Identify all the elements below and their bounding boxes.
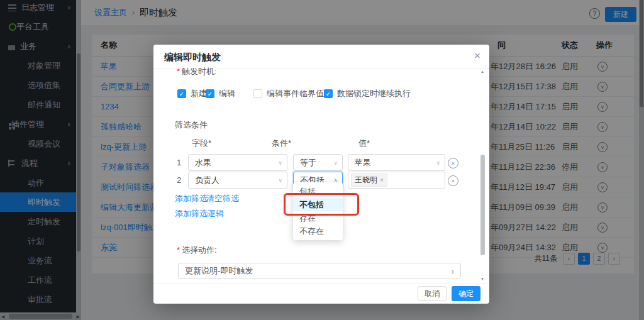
- chevron-down-icon: ∨: [278, 160, 282, 166]
- checkbox-label: 编辑: [219, 88, 235, 99]
- modal-title: 编辑即时触发: [164, 52, 221, 63]
- required-mark: *: [177, 67, 180, 76]
- checkbox-checked-icon[interactable]: ✓: [206, 89, 214, 98]
- required-mark: *: [177, 245, 180, 255]
- chevron-down-icon: ∨: [436, 160, 440, 166]
- value-tag: 王晓明 ×: [351, 174, 387, 187]
- action-value: 更新说明-即时触发: [185, 265, 253, 277]
- trigger-time-label: *触发时机:: [177, 66, 217, 77]
- chevron-right-icon: ›: [452, 267, 454, 276]
- checkbox-edit-event-threshold[interactable]: 编辑事件临界值: [253, 88, 324, 99]
- action-picker-field[interactable]: 更新说明-即时触发 ›: [178, 263, 461, 279]
- value-input-row2[interactable]: 王晓明 ×: [348, 172, 445, 189]
- edit-instant-trigger-modal: 编辑即时触发 × *触发时机: ✓ 新建 ✓ 编辑 编辑事件临界值 ✓ 数据锁定…: [153, 45, 489, 304]
- column-label-value: 值*: [358, 138, 370, 149]
- checkbox-label: 编辑事件临界值: [267, 88, 324, 99]
- confirm-button[interactable]: 确定: [452, 286, 480, 301]
- clear-filter-link[interactable]: 清空筛选: [206, 193, 239, 204]
- column-label-field: 字段*: [192, 138, 211, 149]
- checkbox-label: 数据锁定时继续执行: [337, 88, 411, 99]
- checkbox-checked-icon[interactable]: ✓: [324, 89, 333, 98]
- add-filter-link[interactable]: 添加筛选: [175, 193, 208, 204]
- filter-section-title: 筛选条件: [175, 119, 208, 131]
- select-action-label: *选择动作:: [177, 245, 217, 256]
- checkbox-new[interactable]: ✓ 新建: [177, 88, 207, 99]
- select-value: 等于: [300, 157, 316, 168]
- add-filter-logic-link[interactable]: 添加筛选逻辑: [175, 208, 224, 219]
- remove-filter-row1-icon[interactable]: ×: [448, 158, 458, 168]
- checkbox-unchecked-icon[interactable]: [253, 89, 262, 98]
- scroll-up-icon[interactable]: ▲: [480, 70, 484, 74]
- value-select-row1[interactable]: 苹果 ∨: [348, 154, 445, 171]
- tag-close-icon[interactable]: ×: [380, 177, 384, 184]
- select-value: 水果: [195, 157, 211, 168]
- filter-row-number: 1: [177, 158, 181, 167]
- checkbox-checked-icon[interactable]: ✓: [177, 89, 186, 98]
- column-label-condition: 条件*: [272, 138, 291, 149]
- checkbox-continue-on-lock[interactable]: ✓ 数据锁定时继续执行: [324, 88, 411, 99]
- chevron-down-icon: ∨: [333, 160, 338, 166]
- chevron-down-icon: ∨: [278, 177, 282, 184]
- select-value: 负责人: [195, 175, 219, 186]
- select-value: 苹果: [355, 157, 371, 168]
- app-root: 日志管理 ∨ 平台工具 业务 ∧ 对象管理 选项值集 邮件通知: [0, 0, 644, 320]
- scrollbar-thumb[interactable]: [480, 155, 485, 255]
- modal-footer: 取消 确定: [153, 283, 489, 304]
- filter-row-number: 2: [177, 175, 181, 185]
- condition-select-row1[interactable]: 等于 ∨: [293, 154, 343, 171]
- checkbox-edit[interactable]: ✓ 编辑: [206, 88, 235, 99]
- red-annotation-box: [284, 193, 359, 216]
- close-icon[interactable]: ×: [474, 50, 480, 62]
- modal-body-scrollbar[interactable]: ▲ ▼: [480, 70, 486, 281]
- field-select-row2[interactable]: 负责人 ∨: [188, 172, 287, 189]
- scroll-down-icon[interactable]: ▼: [480, 277, 484, 281]
- remove-filter-row2-icon[interactable]: ×: [448, 175, 458, 186]
- dropdown-option-not-exists[interactable]: 不存在: [293, 224, 343, 238]
- checkbox-label: 新建: [191, 88, 207, 99]
- field-select-row1[interactable]: 水果 ∨: [188, 154, 287, 171]
- cancel-button[interactable]: 取消: [418, 286, 447, 301]
